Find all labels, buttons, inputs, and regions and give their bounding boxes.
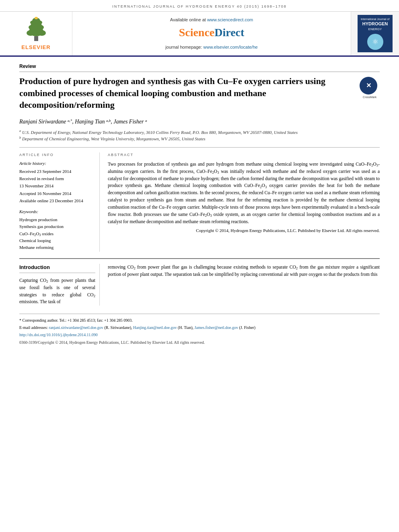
journal-badge-section: International Journal of HYDROGEN ENERGY…: [351, 12, 399, 55]
journal-title-bar: INTERNATIONAL JOURNAL OF HYDROGEN ENERGY…: [112, 4, 287, 8]
keyword-5: Methane reforming: [19, 244, 95, 251]
article-info-heading: ARTICLE INFO: [19, 152, 95, 158]
journal-badge-icon: ⚛: [367, 34, 383, 50]
elsevier-logo-section: ELSEVIER: [0, 12, 72, 55]
doi-link[interactable]: http://dx.doi.org/10.1016/j.ijhydene.201…: [19, 333, 98, 337]
footnotes: * Corresponding author. Tel.: +1 304 285…: [19, 314, 380, 345]
email-addresses-line: E-mail addresses: ranjani.siriwardane@ne…: [19, 325, 380, 331]
elsevier-tree-icon: [20, 16, 52, 42]
keyword-4: Chemical looping: [19, 238, 95, 244]
article-info-column: ARTICLE INFO Article history: Received 2…: [19, 152, 100, 252]
abstract-copyright: Copyright © 2014, Hydrogen Energy Public…: [108, 228, 380, 234]
doi-line: http://dx.doi.org/10.1016/j.ijhydene.201…: [19, 332, 380, 338]
issn-line: 0360-3199/Copyright © 2014, Hydrogen Ene…: [19, 339, 380, 345]
intro-left-col: Introduction Capturing CO2 from power pl…: [19, 264, 100, 306]
crossmark-badge[interactable]: ✕: [360, 77, 377, 94]
keywords-heading: Keywords:: [19, 209, 95, 215]
affiliations: a U.S. Department of Energy, National En…: [19, 129, 380, 142]
crossmark-label: CrossMark: [360, 95, 380, 99]
title-row: Production of pure hydrogen and synthesi…: [19, 75, 380, 111]
crossmark-icon: ✕: [366, 81, 371, 90]
introduction-heading: Introduction: [19, 264, 95, 273]
journal-homepage-url[interactable]: www.elsevier.com/locate/he: [204, 45, 258, 49]
introduction-section: Introduction Capturing CO2 from power pl…: [19, 258, 380, 306]
history-accepted: Accepted 16 November 2014: [19, 191, 95, 197]
article-info-abstract-section: ARTICLE INFO Article history: Received 2…: [19, 147, 380, 252]
intro-right-col: removing CO2 from power plant flue gas i…: [108, 264, 380, 306]
svg-rect-11: [35, 17, 37, 18]
keyword-1: Hydrogen production: [19, 217, 95, 223]
sciencedirect-logo: ScienceDirect: [179, 25, 245, 40]
corresponding-author-note: * Corresponding author. Tel.: +1 304 285…: [19, 317, 380, 323]
email-james[interactable]: James.fisher@netl.doe.gov: [195, 325, 238, 330]
available-online-text: Available online at www.sciencedirect.co…: [170, 17, 253, 23]
authors-line: Ranjani Siriwardane a,*, Hanjing Tian a,…: [19, 117, 380, 126]
svg-point-9: [37, 21, 42, 25]
author-1: Ranjani Siriwardane a,*: [19, 119, 72, 125]
main-content: Review Production of pure hydrogen and s…: [0, 57, 399, 353]
publisher-banner: ELSEVIER Available online at www.science…: [0, 12, 399, 57]
author-2: Hanjing Tian a,b: [75, 119, 111, 125]
email-ranjani[interactable]: ranjani.siriwardane@netl.doe.gov: [49, 325, 103, 330]
author-3: James Fisher a: [113, 119, 147, 125]
history-heading: Article history:: [19, 160, 95, 166]
abstract-column: ABSTRACT Two processes for production of…: [108, 152, 380, 252]
intro-right-body: removing CO2 from power plant flue gas i…: [108, 264, 380, 278]
journal-homepage-line: journal homepage: www.elsevier.com/locat…: [165, 44, 257, 50]
abstract-text: Two processes for production of synthesi…: [108, 161, 380, 225]
history-revised-label: Received in revised form: [19, 176, 95, 182]
article-title: Production of pure hydrogen and synthesi…: [19, 75, 360, 111]
article-type-label: Review: [19, 63, 380, 72]
history-online: Available online 23 December 2014: [19, 198, 95, 204]
elsevier-wordmark: ELSEVIER: [20, 44, 52, 51]
abstract-heading: ABSTRACT: [108, 152, 380, 158]
affiliation-b: b Department of Chemical Engineering, We…: [19, 136, 380, 142]
svg-point-3: [38, 30, 46, 36]
svg-point-6: [37, 25, 44, 30]
history-revised-date: 13 November 2014: [19, 183, 95, 189]
svg-point-5: [29, 25, 35, 30]
affiliation-a: a U.S. Department of Energy, National En…: [19, 129, 380, 136]
keyword-3: CuO–Fe2O3 oxides: [19, 231, 95, 237]
intro-left-body: Capturing CO2 from power plants that use…: [19, 277, 95, 306]
journal-badge: International Journal of HYDROGEN ENERGY…: [358, 15, 393, 52]
sciencedirect-url[interactable]: www.sciencedirect.com: [207, 17, 253, 22]
crossmark-section: ✕ CrossMark: [360, 77, 380, 99]
history-received: Received 23 September 2014: [19, 168, 95, 175]
email-hanjing[interactable]: Hanjing.tian@netl.doe.gov: [133, 325, 177, 330]
keyword-2: Synthesis gas production: [19, 224, 95, 230]
banner-center: Available online at www.sciencedirect.co…: [72, 12, 351, 55]
svg-point-2: [27, 30, 35, 36]
journal-header-bar: INTERNATIONAL JOURNAL OF HYDROGEN ENERGY…: [0, 0, 399, 12]
svg-point-8: [30, 21, 36, 25]
svg-rect-0: [34, 36, 38, 41]
